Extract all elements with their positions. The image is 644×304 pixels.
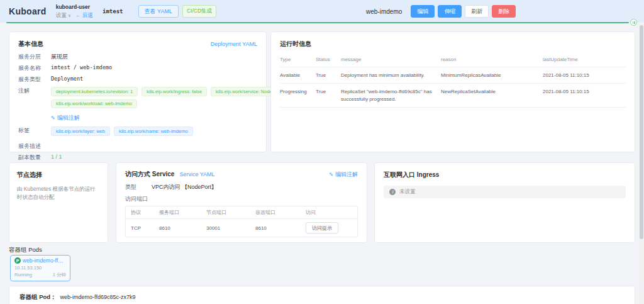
back-link[interactable]: ← 后退 xyxy=(75,12,93,19)
vertical-scrollbar xyxy=(639,24,644,304)
annotation-tags: deployment.kubernetes.io/revision: 1 k8s… xyxy=(51,87,286,122)
field-value: 展现层 xyxy=(51,53,68,61)
ports-label: 访问端口 xyxy=(125,195,358,203)
info-icon: i xyxy=(389,189,396,195)
cell-node-port: 30001 xyxy=(206,225,255,231)
pod-status: Running xyxy=(14,272,32,278)
replicas-value: 1 / 1 xyxy=(51,154,62,160)
cell-type: Progressing xyxy=(280,88,313,102)
cell-time: 2021-08-05 11:10:15 xyxy=(543,72,626,79)
field-replicas: 副本数量 1 / 1 xyxy=(18,154,257,162)
cell-container-port: 8610 xyxy=(255,225,306,231)
table-header-row: Type Status message reason lastUpdateTim… xyxy=(280,53,626,67)
edit-annotations-label: 编辑注解 xyxy=(335,171,358,179)
ingress-title: 互联网入口 Ingress xyxy=(384,171,626,179)
column-header: 访问 xyxy=(306,209,357,216)
pause-refresh-icon[interactable] xyxy=(630,19,637,26)
field-service-type: 服务类型 Deployment xyxy=(18,76,257,84)
runtime-info-panel: 运行时信息 Type Status message reason lastUpd… xyxy=(270,31,635,152)
field-value: Deployment xyxy=(51,76,83,82)
scale-button[interactable]: 伸缩 xyxy=(438,5,462,18)
namespace-label: imtest xyxy=(103,8,123,14)
deployment-yaml-link[interactable]: Deployment YAML xyxy=(211,41,257,47)
user-actions: 设置 ∨ ← 后退 xyxy=(56,12,93,19)
annotation-tag: k8s.eip.work/ingress: false xyxy=(142,87,207,96)
column-header: lastUpdateTime xyxy=(543,56,626,63)
pencil-icon: ✎ xyxy=(51,115,55,121)
column-header: 服务端口 xyxy=(159,209,206,216)
cicd-button[interactable]: CI/CD集成 xyxy=(182,5,216,18)
user-block: kuboard-user 设置 ∨ ← 后退 xyxy=(56,4,93,18)
conditions-table: Type Status message reason lastUpdateTim… xyxy=(280,53,626,108)
runtime-info-title: 运行时信息 xyxy=(280,40,626,48)
kuboard-app: Kuboard kuboard-user 设置 ∨ ← 后退 imtest 查看… xyxy=(0,0,644,304)
basic-info-panel: 基本信息 Deployment YAML 服务分层 展现层 服务名称 imtes… xyxy=(9,31,267,152)
pods-heading: 容器组 Pods xyxy=(9,246,42,254)
cell-time: 2021-08-05 11:10:15 xyxy=(543,88,626,102)
field-label: 服务分层 xyxy=(18,53,51,61)
field-value: imtest / web-imdemo xyxy=(51,64,112,70)
column-header: Status xyxy=(316,56,338,63)
back-label: 后退 xyxy=(82,12,93,18)
service-yaml-link[interactable]: Service YAML xyxy=(179,171,214,177)
field-label: 服务类型 xyxy=(18,76,51,84)
label-tag: k8s.eip.work/name: web-imdemo xyxy=(114,127,193,136)
ingress-empty-alert: i 未设置 xyxy=(384,186,626,198)
cell-reason: NewReplicaSetAvailable xyxy=(441,88,540,102)
field-label: 类型 xyxy=(125,183,152,191)
ingress-panel: 互联网入口 Ingress i 未设置 xyxy=(374,162,635,243)
view-yaml-button[interactable]: 查看 YAML xyxy=(138,5,179,18)
access-hint-button[interactable]: 访问提示 xyxy=(306,222,338,234)
annotation-tag: deployment.kubernetes.io/revision: 1 xyxy=(51,87,138,96)
column-header: 节点端口 xyxy=(206,209,255,216)
field-label: 标签 xyxy=(18,127,51,135)
user-name: kuboard-user xyxy=(56,4,93,11)
pod-card[interactable]: P web-imdemo-ffd69c85c-zx7k9 10.11.53.15… xyxy=(10,255,70,281)
settings-menu[interactable]: 设置 ∨ xyxy=(56,12,72,19)
kuboard-logo[interactable]: Kuboard xyxy=(9,6,47,16)
cell-status: True xyxy=(316,88,338,102)
service-type-value: VPC内访问 【NodePort】 xyxy=(152,183,217,191)
field-annotations: 注解 deployment.kubernetes.io/revision: 1 … xyxy=(18,87,257,122)
edit-button[interactable]: 编辑 xyxy=(411,5,435,18)
cell-status: True xyxy=(316,72,338,79)
refresh-button[interactable]: 刷新 xyxy=(465,5,489,18)
auto-refresh-progress-bar xyxy=(6,22,629,23)
column-header: message xyxy=(341,56,438,63)
edit-annotations-link[interactable]: ✎编辑注解 xyxy=(51,114,80,122)
pod-name: web-imdemo-ffd69c85c-zx7k9 xyxy=(23,257,66,264)
column-header: 协议 xyxy=(131,209,159,216)
pod-detail-label: 容器组 Pod： xyxy=(19,293,57,301)
scrollbar-thumb[interactable] xyxy=(640,25,643,239)
cell-message: Deployment has minimum availability. xyxy=(341,72,438,79)
node-selection-title: 节点选择 xyxy=(17,171,100,179)
basic-info-title: 基本信息 xyxy=(18,40,43,48)
annotation-tag: k8s.eip.work/workload: web-imdemo xyxy=(51,99,137,109)
node-selection-panel: 节点选择 由 Kubernetes 根据各节点的运行时状态自动分配 xyxy=(9,162,108,243)
service-title: 访问方式 Service xyxy=(125,170,174,179)
column-header: Type xyxy=(280,56,313,63)
delete-button[interactable]: 删除 xyxy=(492,5,516,18)
field-description: 服务描述 xyxy=(18,142,257,150)
ingress-empty-text: 未设置 xyxy=(399,188,416,196)
table-row: Progressing True ReplicaSet "web-imdemo-… xyxy=(280,84,626,107)
table-row: TCP 8610 30001 8610 访问提示 xyxy=(126,219,357,237)
field-service-layer: 服务分层 展现层 xyxy=(18,53,257,61)
pod-age: 1 分钟 xyxy=(53,272,66,278)
field-label: 副本数量 xyxy=(18,154,51,162)
pod-detail-name: web-imdemo-ffd69c85c-zx7k9 xyxy=(60,294,136,300)
cell-reason: MinimumReplicasAvailable xyxy=(441,72,540,79)
pod-status-icon: P xyxy=(14,257,21,264)
back-arrow-icon: ← xyxy=(75,12,81,18)
ports-table: 协议 服务端口 节点端口 容器端口 访问 TCP 8610 30001 8610… xyxy=(125,206,358,237)
edit-service-annotations-link[interactable]: ✎编辑注解 xyxy=(329,171,358,179)
workload-name: web-imdemo xyxy=(366,8,402,15)
label-tags: k8s.eip.work/layer: web k8s.eip.work/nam… xyxy=(51,127,193,136)
settings-label: 设置 xyxy=(56,12,67,18)
cell-message: ReplicaSet "web-imdemo-ffd69c85c" has su… xyxy=(341,88,438,102)
label-tag: k8s.eip.work/layer: web xyxy=(51,127,110,136)
service-type-row: 类型 VPC内访问 【NodePort】 xyxy=(125,183,358,191)
pod-detail-panel: 容器组 Pod： web-imdemo-ffd69c85c-zx7k9 xyxy=(9,286,635,304)
field-label: 注解 xyxy=(18,87,51,95)
field-label: 服务名称 xyxy=(18,64,51,72)
